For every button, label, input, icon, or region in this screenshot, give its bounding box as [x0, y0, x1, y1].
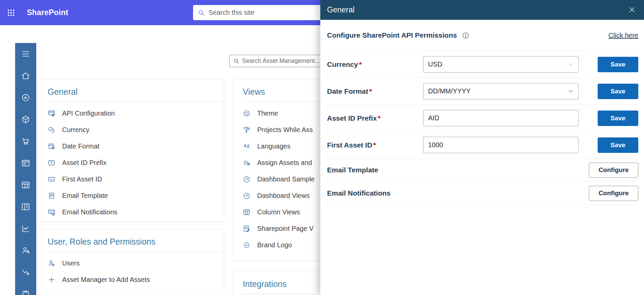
list-item-label: Asset ID Prefix — [62, 159, 106, 167]
list-item-asset-manager-to-add-assets[interactable]: Asset Manager to Add Assets — [38, 271, 224, 288]
list-item-label: Email Notifications — [62, 208, 118, 216]
select-value: DD/MM/YYYY — [428, 87, 471, 95]
list-item-label: Sharepoint Page V — [257, 225, 314, 233]
panel-row-currency: Currency*USDSave — [327, 51, 638, 78]
card-general: GeneralAPI ConfigurationCurrencyDate For… — [38, 79, 224, 222]
list-item-label: Brand Logo — [257, 241, 292, 249]
paint-roller-icon — [243, 126, 250, 134]
nav-trend-arrow-button[interactable] — [15, 261, 36, 283]
currency-save-button[interactable]: Save — [598, 57, 638, 72]
email-template-configure-button[interactable]: Configure — [589, 163, 638, 178]
field-label: First Asset ID* — [327, 141, 376, 149]
list-item-label: Assign Assets and — [257, 159, 312, 167]
table-icon — [21, 180, 30, 189]
date-format-select[interactable]: DD/MM/YYYY — [423, 83, 579, 99]
list-item-label: Column Views — [257, 208, 300, 216]
general-settings-panel: General Configure SharePoint API Permiss… — [320, 0, 644, 295]
list-item-label: Theme — [257, 110, 278, 117]
text-field-icon — [48, 159, 55, 167]
sharepoint-logo[interactable]: SharePoint — [27, 8, 68, 17]
badge-check-icon — [243, 241, 250, 249]
list-item-label: Dashboard Sample — [257, 175, 315, 183]
panel-row-date-format: Date Format*DD/MM/YYYYSave — [327, 78, 638, 105]
first-asset-id-save-button[interactable]: Save — [598, 137, 638, 153]
currency-select[interactable]: USD — [423, 56, 579, 73]
list-item-date-format[interactable]: Date Format — [38, 138, 224, 155]
nav-table-button[interactable] — [15, 174, 36, 196]
window-gear-icon — [48, 110, 55, 117]
kanban-icon — [21, 202, 30, 211]
section-title: User, Roles and Permissions — [48, 237, 224, 252]
section-title: General — [48, 87, 224, 102]
list-item-first-asset-id[interactable]: 123First Asset ID — [38, 171, 224, 187]
list-item-asset-id-prefix[interactable]: Asset ID Prefix — [38, 155, 224, 171]
clipboard-icon — [21, 290, 30, 295]
page-edit-icon — [243, 225, 250, 233]
list-item-label: First Asset ID — [62, 175, 102, 183]
user-key-icon — [21, 246, 30, 255]
list-item-label: Projects While Ass — [257, 126, 313, 134]
panel-row-email-notifications: Email NotificationsConfigure — [327, 182, 638, 205]
theme-circle-icon — [243, 110, 250, 117]
panel-title: General — [327, 5, 355, 14]
list-item-label: Asset Manager to Add Assets — [62, 276, 150, 284]
close-icon — [628, 6, 636, 13]
svg-text:123: 123 — [50, 178, 53, 180]
panel-row-first-asset-id: First Asset ID*Save — [327, 132, 638, 159]
list-item-api-configuration[interactable]: API Configuration — [38, 105, 224, 122]
list-item-currency[interactable]: Currency — [38, 122, 224, 138]
email-notifications-configure-button[interactable]: Configure — [589, 186, 638, 201]
search-icon — [198, 9, 205, 16]
columns-icon — [243, 208, 250, 216]
close-button[interactable] — [628, 6, 636, 14]
settings-list: API ConfigurationCurrencyDate FormatAsse… — [38, 102, 224, 222]
page: SharePoint GeneralAPI ConfigurationCurre… — [0, 0, 644, 295]
nav-cart-button[interactable] — [15, 130, 36, 152]
date-format-save-button[interactable]: Save — [598, 84, 638, 99]
field-label: Asset ID Prefix* — [327, 114, 380, 122]
info-icon[interactable] — [462, 32, 469, 39]
app-launcher-button[interactable] — [0, 0, 22, 25]
list-item-users[interactable]: Users — [38, 255, 224, 271]
list-item-label: API Configuration — [62, 110, 115, 117]
first-asset-id-input[interactable] — [423, 137, 579, 153]
nav-package-button[interactable] — [15, 109, 36, 130]
hamburger-menu-icon — [21, 49, 30, 58]
list-item-email-notifications[interactable]: Email Notifications — [38, 204, 224, 220]
line-chart-icon — [21, 224, 30, 233]
left-nav-rail — [15, 43, 36, 295]
nav-kanban-button[interactable] — [15, 196, 36, 218]
nav-user-key-button[interactable] — [15, 240, 36, 261]
nav-home-button[interactable] — [15, 65, 36, 87]
nav-line-chart-button[interactable] — [15, 218, 36, 240]
nav-clipboard-button[interactable] — [15, 283, 36, 295]
assign-list-icon — [243, 159, 250, 167]
nav-window-list-button[interactable] — [15, 152, 36, 174]
compass-icon — [21, 93, 30, 102]
asset-id-prefix-save-button[interactable]: Save — [598, 111, 638, 126]
click-here-link[interactable]: Click here — [608, 32, 638, 39]
trend-arrow-icon — [21, 268, 30, 277]
translate-icon: A — [243, 142, 250, 150]
chevron-down-icon — [568, 61, 573, 67]
nav-compass-button[interactable] — [15, 87, 36, 109]
required-asterisk: * — [369, 87, 372, 95]
list-item-label: Languages — [257, 142, 290, 150]
field-label: Currency* — [327, 60, 362, 69]
list-item-label: Currency — [62, 126, 89, 134]
nav-hamburger-menu-button[interactable] — [15, 43, 36, 65]
panel-body: Configure SharePoint API Permissions Cli… — [320, 20, 644, 205]
user-add-icon — [48, 259, 55, 267]
field-label: Email Notifications — [327, 189, 390, 197]
required-asterisk: * — [359, 60, 362, 68]
number-field-icon: 123 — [48, 175, 55, 183]
cart-icon — [21, 137, 30, 146]
list-item-email-template[interactable]: Email Template — [38, 187, 224, 204]
panel-rows: Currency*USDSaveDate Format*DD/MM/YYYYSa… — [327, 51, 638, 205]
list-item-label: Email Template — [62, 192, 108, 200]
calendar-clock-icon — [48, 142, 55, 150]
list-item-label: Date Format — [62, 142, 99, 150]
asset-id-prefix-input[interactable] — [423, 110, 579, 126]
api-permissions-label: Configure SharePoint API Permissions — [327, 31, 457, 39]
gauge-icon — [243, 192, 250, 200]
